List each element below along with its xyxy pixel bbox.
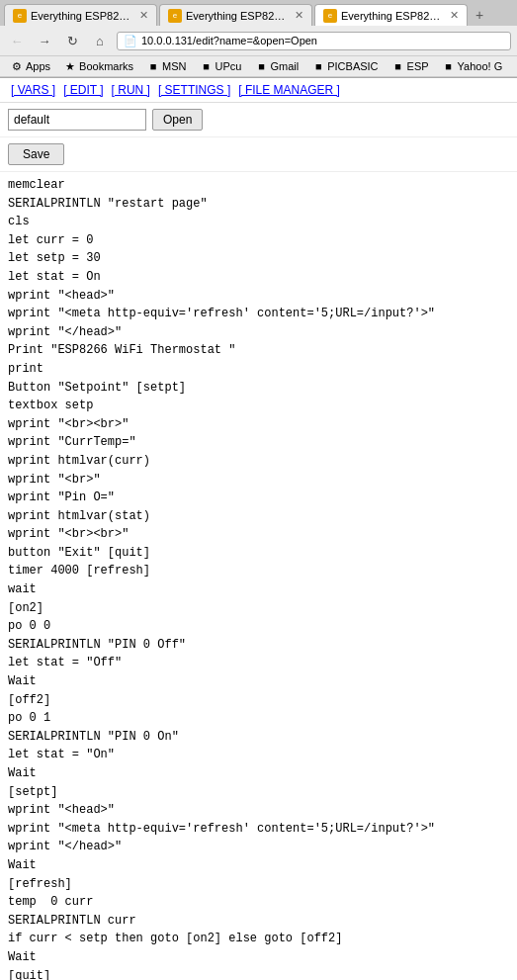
bookmark-gmail[interactable]: ■ Gmail <box>250 58 303 74</box>
bookmark-upcu-label: UPcu <box>215 60 242 72</box>
tab-2-close[interactable]: ✕ <box>295 9 303 22</box>
menu-file-manager[interactable]: [ FILE MANAGER ] <box>235 82 343 98</box>
forward-icon: → <box>39 34 51 48</box>
bookmark-gmail-label: Gmail <box>270 60 299 72</box>
msn-icon: ■ <box>147 60 159 72</box>
bookmark-picbasic-label: PICBASIC <box>327 60 378 72</box>
tab-3-title: Everything ESP8266 – <box>341 10 442 22</box>
bookmark-upcu[interactable]: ■ UPcu <box>196 58 247 74</box>
forward-button[interactable]: → <box>34 30 55 51</box>
bookmarks-bar: ⚙ Apps ★ Bookmarks ■ MSN ■ UPcu ■ Gmail … <box>0 56 517 77</box>
apps-icon: ⚙ <box>11 60 23 72</box>
tab-1-icon: e <box>13 9 27 23</box>
tab-1[interactable]: e Everything ESP8266 – ✕ <box>4 4 157 26</box>
gmail-icon: ■ <box>255 60 267 72</box>
tab-1-close[interactable]: ✕ <box>139 9 148 22</box>
picbasic-icon: ■ <box>312 60 324 72</box>
bookmark-apps-label: Apps <box>26 60 50 72</box>
tab-bar: e Everything ESP8266 – ✕ e Everything ES… <box>0 0 517 26</box>
tab-3-icon: e <box>323 9 337 23</box>
browser-chrome: e Everything ESP8266 – ✕ e Everything ES… <box>0 0 517 78</box>
menu-bar: [ VARS ] [ EDIT ] [ RUN ] [ SETTINGS ] [… <box>0 78 517 103</box>
bookmark-picbasic[interactable]: ■ PICBASIC <box>307 58 383 74</box>
menu-vars[interactable]: [ VARS ] <box>8 82 58 98</box>
nav-bar: ← → ↻ ⌂ 📄 <box>0 26 517 56</box>
tab-1-title: Everything ESP8266 – <box>31 10 131 22</box>
menu-settings[interactable]: [ SETTINGS ] <box>155 82 233 98</box>
bookmark-yahoo-label: Yahoo! G <box>458 60 503 72</box>
menu-edit[interactable]: [ EDIT ] <box>60 82 106 98</box>
save-row: Save <box>0 137 517 172</box>
bookmark-bookmarks[interactable]: ★ Bookmarks <box>59 58 138 74</box>
tab-3-close[interactable]: ✕ <box>450 9 459 22</box>
esp-icon: ■ <box>392 60 404 72</box>
back-button[interactable]: ← <box>6 30 28 51</box>
back-icon: ← <box>11 34 24 48</box>
input-row: Open <box>0 103 517 137</box>
bookmark-msn[interactable]: ■ MSN <box>142 58 191 74</box>
bookmark-apps[interactable]: ⚙ Apps <box>6 58 55 74</box>
code-area[interactable]: memclear SERIALPRINTLN "restart page" cl… <box>0 172 517 980</box>
reload-icon: ↻ <box>67 34 78 48</box>
bookmark-esp-label: ESP <box>407 60 429 72</box>
menu-run[interactable]: [ RUN ] <box>109 82 153 98</box>
bookmark-bookmarks-label: Bookmarks <box>79 60 133 72</box>
yahoo-icon: ■ <box>443 60 455 72</box>
save-button[interactable]: Save <box>8 143 64 165</box>
new-tab-button[interactable]: + <box>470 4 489 26</box>
page-content: [ VARS ] [ EDIT ] [ RUN ] [ SETTINGS ] [… <box>0 78 517 980</box>
address-bar[interactable]: 📄 <box>117 32 511 50</box>
home-button[interactable]: ⌂ <box>89 30 111 51</box>
address-input[interactable] <box>141 35 504 46</box>
home-icon: ⌂ <box>96 34 104 48</box>
filename-input[interactable] <box>8 109 146 131</box>
reload-button[interactable]: ↻ <box>61 30 83 51</box>
bookmark-yahoo[interactable]: ■ Yahoo! G <box>438 58 508 74</box>
open-button[interactable]: Open <box>152 109 203 131</box>
tab-2[interactable]: e Everything ESP8266 – ✕ <box>159 4 312 26</box>
address-file-icon: 📄 <box>124 35 137 47</box>
bookmark-msn-label: MSN <box>162 60 186 72</box>
bookmarks-icon: ★ <box>64 60 76 72</box>
bookmark-esp[interactable]: ■ ESP <box>388 58 434 74</box>
tab-2-icon: e <box>168 9 182 23</box>
upcu-icon: ■ <box>201 60 213 72</box>
tab-3[interactable]: e Everything ESP8266 – ✕ <box>314 4 468 26</box>
tab-2-title: Everything ESP8266 – <box>186 10 287 22</box>
